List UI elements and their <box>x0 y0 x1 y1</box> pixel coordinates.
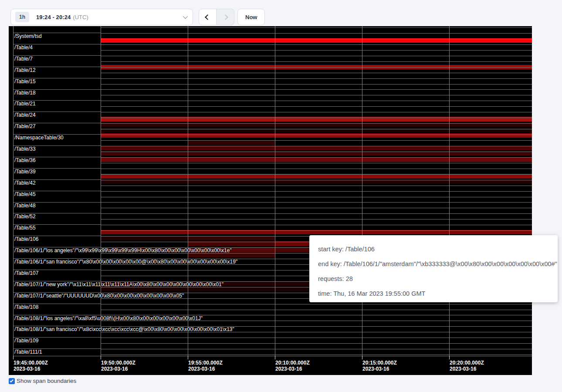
span-boundary-line <box>101 197 532 197</box>
span-boundary-line <box>101 338 532 338</box>
heatmap-band <box>188 140 275 145</box>
tooltip-start-key: start key: /Table/106 <box>318 245 549 254</box>
span-boundary-line <box>101 304 532 304</box>
axis-tick <box>449 356 450 359</box>
span-boundary-line <box>101 230 532 231</box>
span-boundary-line <box>101 39 532 39</box>
span-boundary-line <box>101 89 532 90</box>
span-boundary-line <box>101 44 532 45</box>
row-label: /Table/106/1/"san francisco"/"\x80\x00\x… <box>14 259 237 265</box>
axis-tick <box>362 356 362 359</box>
toolbar: 1h 19:24 - 20:24 (UTC) Now <box>0 0 562 27</box>
row-label: /NamespaceTable/30 <box>14 135 64 141</box>
span-boundary-line <box>101 118 532 118</box>
next-interval-button-disabled[interactable] <box>217 9 234 25</box>
span-boundary-line <box>101 56 532 56</box>
footer: Show span boundaries <box>9 378 76 384</box>
span-boundary-line <box>101 310 532 310</box>
span-boundary-line <box>101 152 532 152</box>
tooltip-time: time: Thu, 16 Mar 2023 19:55:00 GMT <box>318 289 549 298</box>
heatmap-band <box>101 146 532 150</box>
span-boundary-line <box>13 356 532 356</box>
row-label: /Table/36 <box>14 158 36 163</box>
grid-line <box>101 26 101 356</box>
grid-line <box>188 26 188 356</box>
row-label: /Table/21 <box>14 101 36 107</box>
axis-tick-label: 19:50:00.000Z2023-03-16 <box>101 360 135 372</box>
axis-tick-label: 20:10:00.000Z2023-03-16 <box>275 360 310 372</box>
row-label: /Table/48 <box>14 203 36 209</box>
span-boundary-line <box>101 135 532 135</box>
show-span-boundaries-checkbox[interactable] <box>9 378 15 384</box>
checkmark-icon <box>10 378 13 382</box>
time-range-text: 19:24 - 20:24 <box>36 14 71 20</box>
span-boundary-line <box>101 50 532 51</box>
span-boundary-line <box>101 355 532 355</box>
row-label: /Table/111/1 <box>14 349 42 355</box>
chevron-left-icon <box>205 14 210 20</box>
time-range-select[interactable]: 1h 19:24 - 20:24 (UTC) <box>10 9 193 25</box>
span-boundary-line <box>101 225 532 225</box>
span-boundary-line <box>101 33 532 34</box>
chevron-down-icon <box>183 14 188 19</box>
heatmap-band <box>101 157 532 162</box>
row-label: /Table/108/1/"san francisco"/"\x8c\xcc\x… <box>14 327 234 332</box>
axis-tick <box>188 356 188 359</box>
row-label: /Table/18 <box>14 90 36 96</box>
row-label: /Table/24 <box>14 112 36 118</box>
span-boundary-line <box>101 180 532 180</box>
key-visualizer-heatmap[interactable]: /System/tsd/Table/4/Table/7/Table/12/Tab… <box>9 26 532 375</box>
row-label: /Table/108 <box>14 304 38 310</box>
span-boundary-line <box>101 191 532 192</box>
axis-tick-label: 20:20:00.000Z2023-03-16 <box>450 360 484 372</box>
span-boundary-line <box>101 140 532 141</box>
span-boundary-line <box>101 123 532 124</box>
heatmap-tooltip: start key: /Table/106 end key: /Table/10… <box>309 235 558 302</box>
grid-line <box>449 26 450 356</box>
span-boundary-line <box>101 163 532 163</box>
axis-tick <box>13 356 14 359</box>
span-boundary-line <box>101 106 532 107</box>
span-boundary-line <box>101 61 532 62</box>
span-boundary-line <box>101 101 532 101</box>
chevron-right-icon <box>223 14 228 20</box>
duration-badge: 1h <box>15 12 29 22</box>
span-boundary-line <box>101 112 532 112</box>
span-boundary-line <box>101 174 532 175</box>
span-boundary-line <box>101 186 532 186</box>
row-label: /System/tsd <box>14 34 42 39</box>
span-boundary-line <box>101 208 532 208</box>
span-boundary-line <box>101 213 532 214</box>
row-label: /Table/107/1/"seattle"/"UUUUUUD\x00\x80\… <box>14 293 184 299</box>
row-label: /Table/52 <box>14 214 36 220</box>
row-label: /Table/15 <box>14 79 36 84</box>
row-label: /Table/106/1/"los angeles"/"\x99\x99\x99… <box>14 248 232 253</box>
grid-line <box>275 26 275 356</box>
span-boundary-line <box>101 67 532 68</box>
row-label: /Table/12 <box>14 68 36 73</box>
row-label: /Table/108/1/"los angeles"/"\xa8\xf5\u00… <box>14 316 203 321</box>
axis-tick-label: 20:15:00.000Z2023-03-16 <box>362 360 397 372</box>
row-label: /Table/45 <box>14 192 36 197</box>
row-label: /Table/7 <box>14 56 33 62</box>
span-boundary-line <box>101 78 532 79</box>
row-label: /Table/106 <box>14 237 38 242</box>
time-nav-group <box>199 9 234 25</box>
axis-tick <box>101 356 101 359</box>
row-label: /Table/4 <box>14 45 33 51</box>
span-boundary-line <box>101 169 532 169</box>
timezone-text: (UTC) <box>73 14 88 20</box>
span-boundary-line <box>101 84 532 84</box>
span-boundary-line <box>101 73 532 73</box>
axis-tick-label: 19:55:00.000Z2023-03-16 <box>188 360 223 372</box>
previous-interval-button[interactable] <box>199 9 217 25</box>
tooltip-requests: requests: 28 <box>318 274 549 284</box>
row-label: /Table/55 <box>14 225 36 231</box>
span-boundary-line <box>101 157 532 158</box>
row-label: /Table/107/1/"new york"/"\x11\x11\x11\x1… <box>14 282 223 287</box>
span-boundary-line <box>101 202 532 203</box>
row-label: /Table/107 <box>14 270 38 276</box>
now-button[interactable]: Now <box>237 9 265 25</box>
show-span-boundaries-label: Show span boundaries <box>17 378 76 384</box>
span-boundary-line <box>101 219 532 220</box>
